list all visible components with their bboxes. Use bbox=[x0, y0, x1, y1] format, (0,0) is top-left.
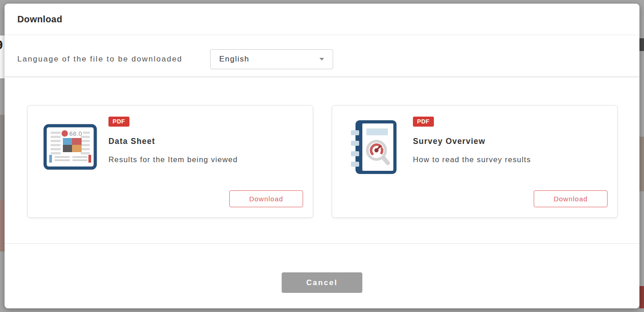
backdrop-fragment bbox=[0, 115, 5, 200]
card-survey-overview: PDF Survey Overview How to read the surv… bbox=[332, 105, 618, 218]
card-title: Data Sheet bbox=[108, 137, 238, 146]
backdrop-fragment bbox=[639, 137, 644, 191]
dialog-body: 68.0 PDF Data Sheet Results for the Item… bbox=[5, 77, 639, 244]
backdrop-fragment bbox=[0, 200, 5, 251]
language-select[interactable]: English bbox=[210, 49, 333, 69]
pdf-badge: PDF bbox=[413, 117, 434, 127]
card-description: How to read the survey results bbox=[413, 155, 531, 164]
dialog-title: Download bbox=[17, 14, 62, 25]
language-select-value: English bbox=[219, 55, 249, 64]
svg-text:68.0: 68.0 bbox=[69, 130, 82, 137]
language-row: Language of the file to be downloaded En… bbox=[5, 35, 639, 77]
cancel-button[interactable]: Cancel bbox=[282, 272, 362, 293]
data-sheet-icon: 68.0 bbox=[39, 116, 101, 178]
download-data-sheet-button[interactable]: Download bbox=[229, 190, 303, 207]
card-description: Results for the Item being viewed bbox=[108, 155, 238, 164]
backdrop-partial-text: 9 bbox=[0, 38, 3, 52]
language-label: Language of the file to be downloaded bbox=[5, 55, 182, 64]
download-survey-overview-button[interactable]: Download bbox=[534, 190, 608, 207]
backdrop-fragment-left: 9 bbox=[0, 36, 5, 78]
card-text-block: PDF Data Sheet Results for the Item bein… bbox=[108, 117, 238, 164]
dialog-header: Download bbox=[5, 4, 639, 35]
download-dialog: Download Language of the file to be down… bbox=[5, 4, 639, 308]
pdf-badge: PDF bbox=[108, 117, 129, 127]
dialog-footer: Cancel bbox=[5, 272, 639, 308]
survey-overview-icon bbox=[344, 116, 405, 178]
backdrop-fragment bbox=[639, 286, 644, 308]
backdrop-fragment bbox=[639, 38, 644, 51]
card-text-block: PDF Survey Overview How to read the surv… bbox=[413, 117, 531, 164]
card-title: Survey Overview bbox=[413, 137, 531, 146]
card-data-sheet: 68.0 PDF Data Sheet Results for the Item… bbox=[27, 105, 313, 218]
chevron-down-icon bbox=[319, 58, 324, 61]
